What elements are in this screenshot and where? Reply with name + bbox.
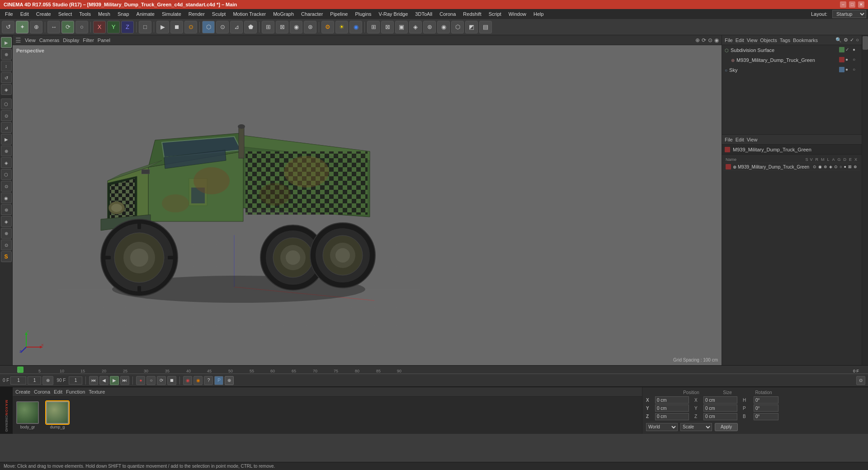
attr-vis-7[interactable]: ● bbox=[844, 164, 846, 169]
attr-vis-2[interactable]: ◉ bbox=[818, 164, 822, 169]
btn-autokey[interactable]: ○ bbox=[146, 376, 156, 385]
attr-vis-9[interactable]: ⊕ bbox=[854, 164, 857, 169]
toolbar-scale[interactable]: ○ bbox=[75, 21, 88, 33]
material-swatch-2[interactable] bbox=[46, 401, 69, 424]
scrollbar-thumb[interactable] bbox=[863, 36, 868, 50]
menu-animate[interactable]: Animate bbox=[133, 10, 158, 18]
btn-mode2[interactable]: ◉ bbox=[193, 376, 203, 385]
toolbar-snap2[interactable]: ⊠ bbox=[276, 21, 288, 33]
tool-uvs[interactable]: ◈ bbox=[1, 84, 12, 95]
tool-s[interactable]: S bbox=[1, 251, 12, 262]
restore-button[interactable]: □ bbox=[849, 1, 855, 8]
obj-settings-icon[interactable]: ⚙ bbox=[844, 37, 848, 43]
tool-9[interactable]: ◉ bbox=[1, 193, 12, 203]
tool-4[interactable]: ▶ bbox=[1, 134, 12, 145]
menu-render[interactable]: Render bbox=[185, 10, 208, 18]
menu-character[interactable]: Character bbox=[298, 10, 326, 18]
viewport-canvas[interactable]: Perspective bbox=[13, 45, 722, 365]
toolbar-grid6[interactable]: ◉ bbox=[437, 21, 450, 33]
tool-13[interactable]: ⊙ bbox=[1, 240, 12, 250]
toolbar-rotate[interactable]: ⟳ bbox=[61, 21, 74, 33]
menu-pipeline[interactable]: Pipeline bbox=[327, 10, 351, 18]
attr-vis-3[interactable]: ⊛ bbox=[824, 164, 827, 169]
nav-icon-2[interactable]: ⟳ bbox=[702, 37, 706, 43]
menu-vray[interactable]: V-Ray Bridge bbox=[376, 10, 411, 18]
toolbar-obj[interactable]: □ bbox=[139, 21, 151, 33]
obj-vis2-icon[interactable]: ○ bbox=[856, 37, 859, 43]
nav-icon-4[interactable]: ◉ bbox=[714, 37, 719, 43]
toolbar-snap1[interactable]: ⊞ bbox=[262, 21, 274, 33]
coord-y-pos[interactable] bbox=[655, 404, 689, 412]
btn-loop[interactable]: ⟳ bbox=[157, 376, 166, 385]
toolbar-display2[interactable]: ⊙ bbox=[216, 21, 229, 33]
btn-play-fwd[interactable]: ▶ bbox=[110, 376, 119, 385]
vis-dot-2[interactable]: ○ bbox=[853, 57, 859, 63]
coord-p-val[interactable] bbox=[754, 404, 778, 412]
coord-x-size[interactable] bbox=[703, 396, 737, 404]
mat-menu-texture[interactable]: Texture bbox=[89, 389, 105, 395]
menu-edit[interactable]: Edit bbox=[17, 10, 32, 18]
btn-timeline-extra[interactable]: ⊙ bbox=[856, 376, 865, 385]
attr-vis-1[interactable]: ⊙ bbox=[813, 164, 816, 169]
tool-edges[interactable]: ↕ bbox=[1, 61, 12, 71]
tool-3[interactable]: ⊿ bbox=[1, 122, 12, 133]
toolbar-grid3[interactable]: ▣ bbox=[395, 21, 408, 33]
attr-vis-6[interactable]: ○ bbox=[840, 164, 842, 169]
tool-model[interactable]: ▶ bbox=[1, 37, 12, 48]
obj-search-icon[interactable]: 🔍 bbox=[835, 37, 842, 43]
tool-10[interactable]: ⊛ bbox=[1, 204, 12, 215]
menu-mograph[interactable]: MoGraph bbox=[270, 10, 297, 18]
btn-mode3[interactable]: ? bbox=[204, 376, 213, 385]
topbar-filter[interactable]: Filter bbox=[83, 38, 94, 43]
toolbar-render2[interactable]: ⏹ bbox=[170, 21, 183, 33]
tool-polys[interactable]: ↺ bbox=[1, 72, 12, 83]
btn-record[interactable]: ● bbox=[136, 376, 145, 385]
obj-subdivision-surface[interactable]: ⬡ Subdivision Surface ✓ ● bbox=[722, 45, 862, 55]
btn-play-back[interactable]: ◀ bbox=[99, 376, 108, 385]
obj-objects[interactable]: Objects bbox=[760, 38, 777, 43]
btn-stop[interactable]: ⏹ bbox=[167, 376, 176, 385]
attr-view[interactable]: View bbox=[747, 137, 758, 142]
menu-script[interactable]: Script bbox=[486, 10, 505, 18]
attr-edit[interactable]: Edit bbox=[736, 137, 744, 142]
mat-menu-function[interactable]: Function bbox=[66, 389, 85, 395]
menu-corona[interactable]: Corona bbox=[436, 10, 459, 18]
toolbar-display3[interactable]: ⊿ bbox=[230, 21, 243, 33]
menu-file[interactable]: File bbox=[2, 10, 16, 18]
obj-vis1-icon[interactable]: ✓ bbox=[850, 37, 854, 43]
toolbar-render3[interactable]: ⊙ bbox=[184, 21, 197, 33]
toolbar-grid9[interactable]: ▤ bbox=[479, 21, 492, 33]
menu-help[interactable]: Help bbox=[530, 10, 547, 18]
topbar-panel[interactable]: Panel bbox=[98, 38, 110, 43]
vis-dot-3[interactable]: ○ bbox=[853, 67, 859, 73]
btn-play-range[interactable]: ⊕ bbox=[42, 376, 53, 385]
coord-world-dropdown[interactable]: World Object bbox=[646, 423, 678, 431]
attr-vis-4[interactable]: ◈ bbox=[829, 164, 832, 169]
nav-icon-3[interactable]: ⊙ bbox=[708, 37, 712, 43]
toolbar-undo[interactable]: ↺ bbox=[2, 21, 14, 33]
toolbar-mode[interactable]: ✦ bbox=[16, 21, 28, 33]
attr-vis-5[interactable]: ⊙ bbox=[834, 164, 838, 169]
tool-8[interactable]: ⊙ bbox=[1, 181, 12, 192]
tool-7[interactable]: ⬡ bbox=[1, 169, 12, 180]
frame-end-input[interactable] bbox=[69, 376, 82, 385]
obj-view[interactable]: View bbox=[747, 38, 758, 43]
minimize-button[interactable]: – bbox=[840, 1, 846, 8]
close-button[interactable]: ✕ bbox=[858, 1, 864, 8]
tool-12[interactable]: ⊕ bbox=[1, 228, 12, 239]
menu-snap[interactable]: Snap bbox=[114, 10, 132, 18]
mat-menu-corona[interactable]: Corona bbox=[34, 389, 50, 395]
btn-mode4[interactable]: P bbox=[214, 376, 223, 385]
btn-goto-end[interactable]: ⏭ bbox=[120, 376, 129, 385]
mat-menu-edit[interactable]: Edit bbox=[54, 389, 62, 395]
menu-tools[interactable]: Tools bbox=[76, 10, 94, 18]
menu-sculpt[interactable]: Sculpt bbox=[209, 10, 229, 18]
frame-step[interactable] bbox=[28, 376, 41, 385]
tool-2[interactable]: ⊙ bbox=[1, 110, 12, 121]
obj-sky[interactable]: ○ Sky ● ○ bbox=[722, 65, 862, 75]
menu-select[interactable]: Select bbox=[55, 10, 75, 18]
menu-mesh[interactable]: Mesh bbox=[95, 10, 113, 18]
coord-z-pos[interactable] bbox=[655, 413, 689, 420]
nav-icon-1[interactable]: ⊕ bbox=[695, 37, 700, 43]
toolbar-new[interactable]: ⊕ bbox=[30, 21, 42, 33]
